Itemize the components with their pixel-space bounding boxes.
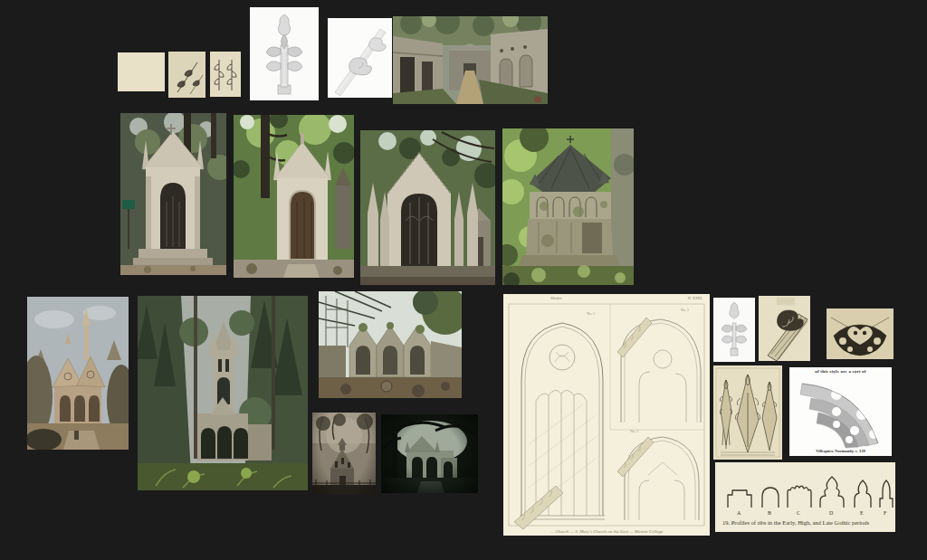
photo-art — [502, 128, 634, 285]
plate-label-3: No. 3 — [630, 430, 638, 433]
etching-ornament[interactable] — [827, 308, 894, 359]
photo-mausoleum-3[interactable] — [360, 130, 495, 285]
photo-art — [319, 291, 462, 398]
photo-art — [120, 113, 226, 275]
photo-gothic-ruins[interactable] — [319, 291, 462, 398]
photo-mausoleum-1[interactable] — [120, 113, 226, 275]
rib-letter-a: A — [737, 510, 741, 516]
drawing-finial-large[interactable] — [250, 7, 319, 100]
etching-crocket-studies-3[interactable] — [210, 52, 241, 97]
rib-letter-e: E — [860, 510, 864, 516]
rib-letter-f: F — [884, 510, 886, 516]
etching-art — [210, 52, 241, 97]
figure-rib-profiles[interactable]: A B C D E F 19. Profiles of ribs in the … — [715, 462, 895, 532]
etching-crocket-slope[interactable] — [759, 296, 810, 361]
etching-art — [827, 308, 894, 359]
rib-caption: 19. Profiles of ribs in the Early, High,… — [722, 520, 869, 527]
photo-foggy-church[interactable] — [312, 413, 376, 495]
photo-art — [234, 115, 354, 278]
painting-chapel-sepia[interactable] — [27, 297, 129, 450]
drawing-art — [250, 7, 319, 100]
plate-label-1: No. 1 — [587, 312, 595, 316]
plate-window-tracery[interactable]: Window Pl. XXXI. No. 1 No. 2 No. 3 … Chu… — [503, 294, 710, 536]
painting-art — [27, 297, 129, 450]
rib-letter-c: C — [797, 510, 800, 516]
photo-dark-mausoleum[interactable] — [381, 414, 478, 493]
etching-art — [168, 52, 205, 98]
photo-art — [381, 414, 478, 493]
plate-art — [503, 294, 710, 536]
photo-art — [393, 16, 548, 104]
etching-pinnacles[interactable] — [713, 365, 782, 460]
photo-mausoleum-4[interactable] — [502, 128, 634, 285]
etching-art — [759, 296, 810, 361]
drawing-crockets-gable[interactable] — [328, 18, 392, 98]
photo-mausoleum-2[interactable] — [234, 115, 354, 278]
rib-letter-b: B — [768, 510, 771, 516]
reference-board-canvas: Window Pl. XXXI. No. 1 No. 2 No. 3 … Chu… — [0, 0, 927, 560]
figure-arch-moldings[interactable]: of this style are a sort of Villequier, … — [789, 367, 892, 456]
etching-art — [118, 52, 165, 91]
photo-art — [138, 296, 308, 490]
plate-label-2: No. 2 — [681, 308, 689, 312]
etching-art — [713, 365, 782, 460]
photo-art — [360, 130, 495, 285]
photo-art — [312, 413, 376, 495]
figure-caption: Villequier, Normandy, c. 139 — [789, 450, 892, 454]
photo-cemetery-avenue[interactable] — [393, 16, 548, 104]
plate-caption: … Church — S. Mary's Church on the East … — [503, 529, 710, 534]
figure-art — [789, 367, 892, 456]
etching-crocket-studies-1[interactable] — [118, 52, 165, 91]
figure-top-text: of this style are a sort of — [789, 369, 892, 374]
plate-header-left: Window — [550, 297, 562, 300]
plate-header-right: Pl. XXXI. — [688, 297, 702, 300]
etching-crocket-studies-2[interactable] — [168, 52, 205, 98]
drawing-art — [328, 18, 392, 98]
drawing-finial-small[interactable] — [713, 298, 755, 362]
drawing-art — [713, 298, 755, 362]
rib-letter-d: D — [829, 510, 833, 516]
photo-forest-chapel[interactable] — [138, 296, 308, 490]
